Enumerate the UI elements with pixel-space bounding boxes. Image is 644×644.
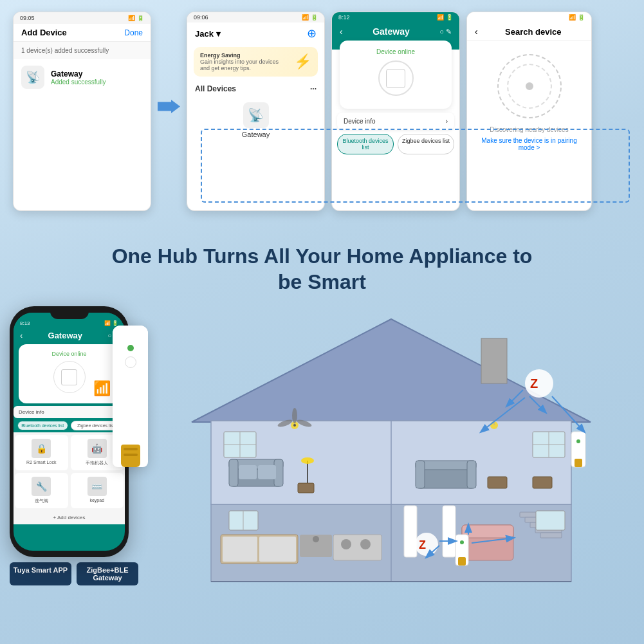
valve-name: 逃气阀 bbox=[19, 498, 64, 504]
svg-point-15 bbox=[301, 457, 314, 464]
status-bar-2: 09:06 📶 🔋 bbox=[187, 12, 324, 23]
p-icons: 📶 🔋 bbox=[104, 320, 118, 326]
user-bar: Jack ▾ ⊕ bbox=[187, 23, 324, 44]
time-3: 8:12 bbox=[338, 14, 350, 21]
bottom-labels: Tuya Smart APP ZigBee+BLE Gateway bbox=[10, 562, 138, 585]
header-icons: ○ ✎ bbox=[439, 28, 452, 36]
phone-bt-tab[interactable]: Bluetooth devices list bbox=[17, 421, 68, 430]
all-devices-label: All Devices bbox=[195, 84, 236, 93]
svg-rect-13 bbox=[258, 465, 276, 479]
zigbee-tab[interactable]: Zigbee devices list bbox=[398, 134, 454, 154]
chevron-right-icon: › bbox=[446, 118, 448, 125]
svg-point-64 bbox=[525, 369, 553, 398]
phone-online: Device online bbox=[24, 351, 115, 357]
user-name: Jack ▾ bbox=[195, 29, 221, 39]
energy-banner: Energy Saving Gain insights into your de… bbox=[194, 47, 318, 77]
lock-name: R2 Smart Lock bbox=[19, 460, 64, 465]
usb-gateway-device: 📶 bbox=[113, 326, 148, 467]
gateway-item: 📡 Gateway bbox=[187, 96, 324, 145]
gateway-label: ZigBee+BLE Gateway bbox=[77, 562, 138, 585]
device-square-3 bbox=[386, 69, 405, 88]
svg-text:Z: Z bbox=[419, 538, 426, 551]
device-info: Gateway Added successfully bbox=[51, 69, 106, 86]
svg-point-37 bbox=[313, 536, 319, 542]
svg-point-39 bbox=[341, 539, 351, 549]
phone-circle bbox=[53, 361, 86, 393]
add-icon[interactable]: ⊕ bbox=[307, 26, 317, 41]
phone-info-row[interactable]: Device info › bbox=[14, 406, 125, 418]
svg-rect-7 bbox=[481, 338, 507, 383]
svg-point-57 bbox=[460, 540, 464, 544]
gateway-title: Gateway bbox=[373, 26, 410, 37]
more-icon: ··· bbox=[310, 84, 317, 93]
success-message: 1 device(s) added successfully bbox=[14, 42, 151, 59]
screenshot-search-device: 📶 🔋 ‹ Search device Discovering nearby d… bbox=[466, 12, 592, 211]
device-card-3: Device online bbox=[340, 41, 452, 109]
svg-rect-43 bbox=[404, 506, 417, 557]
headline-text: One Hub Turns All Your Home Appliance to… bbox=[19, 243, 625, 295]
svg-rect-38 bbox=[333, 535, 382, 560]
phone-info-label: Device info bbox=[19, 409, 44, 415]
svg-marker-1 bbox=[192, 319, 591, 422]
energy-title: Energy Saving bbox=[200, 52, 289, 59]
svg-rect-12 bbox=[239, 465, 257, 479]
svg-rect-55 bbox=[575, 459, 582, 467]
svg-text:Z: Z bbox=[530, 376, 538, 391]
svg-rect-35 bbox=[259, 537, 296, 562]
right-arrow-icon bbox=[158, 95, 180, 118]
gateway-label: Gateway bbox=[242, 131, 270, 138]
back-icon[interactable]: ‹ bbox=[340, 26, 343, 37]
discovering-text: Discovering nearby devices bbox=[477, 126, 581, 133]
done-btn[interactable]: Done bbox=[124, 28, 143, 37]
phone-inner: 8:13 📶 🔋 ‹ Gateway ○ ✎ Device online Dev… bbox=[14, 313, 125, 551]
keypad-name: keypad bbox=[75, 498, 120, 502]
status-bar-3: 8:12 📶 🔋 bbox=[332, 12, 459, 23]
wifi-signal-icon: 📶 bbox=[93, 380, 111, 397]
screenshot-gateway-detail: 8:12 📶 🔋 ‹ Gateway ○ ✎ Device online Dev… bbox=[331, 12, 460, 211]
svg-point-40 bbox=[360, 539, 371, 549]
device-item-gateway: 📡 Gateway Added successfully bbox=[14, 59, 151, 95]
bottom-section: 8:13 📶 🔋 ‹ Gateway ○ ✎ Device online Dev… bbox=[0, 301, 644, 610]
status-bar-4: 📶 🔋 bbox=[467, 12, 591, 23]
svg-rect-46 bbox=[462, 525, 513, 538]
energy-desc: Gain insights into your devices and get … bbox=[200, 59, 289, 71]
search-content: Discovering nearby devices Make sure the… bbox=[467, 41, 591, 164]
nav-bar-1: Add Device Done bbox=[14, 24, 151, 42]
device-info-row[interactable]: Device info › bbox=[337, 113, 454, 130]
svg-rect-58 bbox=[458, 557, 466, 566]
status-bar-1: 09:05 📶 🔋 bbox=[14, 12, 151, 24]
search-inner bbox=[507, 64, 552, 109]
p-back[interactable]: ‹ bbox=[20, 331, 23, 340]
svg-rect-34 bbox=[223, 537, 257, 562]
add-devices-btn[interactable]: + Add devices bbox=[14, 511, 125, 524]
back-icon-4[interactable]: ‹ bbox=[475, 26, 478, 37]
robot-icon: 🤖 bbox=[87, 439, 107, 458]
svg-rect-52 bbox=[536, 511, 565, 530]
usb-led bbox=[127, 345, 134, 351]
device-info-label: Device info bbox=[344, 118, 375, 125]
top-screenshots-section: 09:05 📶 🔋 Add Device Done 1 device(s) ad… bbox=[0, 0, 644, 232]
p-time: 8:13 bbox=[20, 320, 30, 326]
device-tabs: Bluetooth devices list Zigbee devices li… bbox=[337, 134, 454, 154]
phone-devices-grid: 🔒 R2 Smart Lock 🤖 手拖机器人 🔧 逃气阀 ⌨️ keypad bbox=[14, 432, 125, 511]
svg-rect-51 bbox=[540, 533, 562, 538]
svg-point-60 bbox=[293, 424, 296, 427]
screenshot-add-device: 09:05 📶 🔋 Add Device Done 1 device(s) ad… bbox=[13, 12, 151, 211]
bluetooth-tab[interactable]: Bluetooth devices list bbox=[337, 134, 394, 154]
device-icon: 📡 bbox=[21, 66, 44, 89]
headline-section: One Hub Turns All Your Home Appliance to… bbox=[0, 232, 644, 301]
pairing-hint[interactable]: Make sure the device is in pairing mode … bbox=[477, 137, 581, 151]
svg-rect-24 bbox=[488, 477, 507, 488]
phone-mockup-section: 8:13 📶 🔋 ‹ Gateway ○ ✎ Device online Dev… bbox=[10, 306, 138, 603]
gateway-icon: 📡 bbox=[243, 102, 269, 128]
time-1: 09:05 bbox=[20, 15, 35, 21]
icons-1: 📶 🔋 bbox=[128, 15, 144, 21]
usb-button[interactable] bbox=[125, 356, 136, 368]
house-svg: Z Z Z ✈ bbox=[148, 306, 634, 583]
device-valve: 🔧 逃气阀 bbox=[15, 473, 68, 508]
energy-text: Energy Saving Gain insights into your de… bbox=[200, 52, 289, 71]
device-lock: 🔒 R2 Smart Lock bbox=[15, 435, 68, 470]
phone-tabs: Bluetooth devices list Zigbee devices li… bbox=[17, 421, 121, 430]
tuya-label: Tuya Smart APP bbox=[10, 562, 71, 585]
all-devices-header: All Devices ··· bbox=[187, 79, 324, 96]
